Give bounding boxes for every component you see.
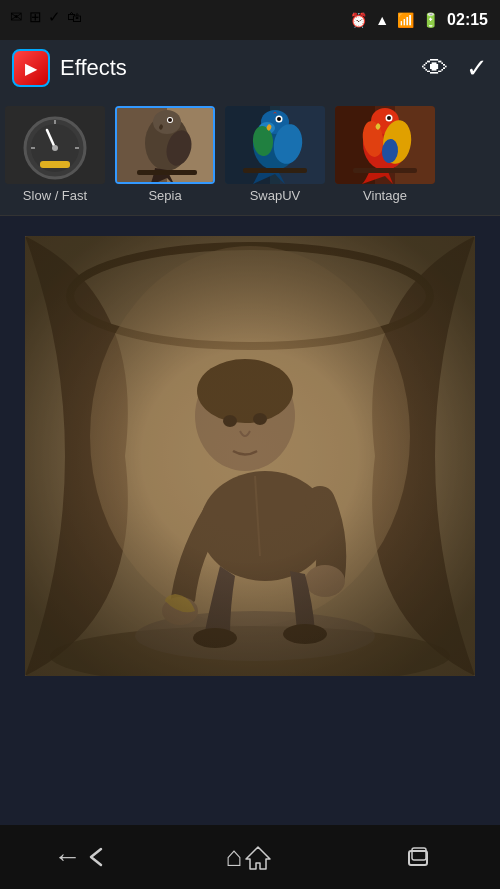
check-status-icon: ✓ bbox=[48, 8, 61, 26]
recents-button[interactable] bbox=[387, 837, 447, 877]
slowfast-thumb bbox=[5, 106, 105, 184]
effect-thumbnail-swapuv bbox=[225, 106, 325, 184]
top-bar: Effects 👁 ✓ bbox=[0, 40, 500, 96]
wifi-icon: ▲ bbox=[375, 12, 389, 28]
svg-rect-60 bbox=[412, 848, 426, 860]
home-button[interactable] bbox=[220, 837, 280, 877]
back-button[interactable] bbox=[53, 837, 113, 877]
svg-rect-28 bbox=[243, 168, 307, 173]
app-title: Effects bbox=[60, 55, 422, 81]
store-icon: 🛍 bbox=[67, 8, 82, 26]
svg-rect-17 bbox=[137, 170, 197, 175]
svg-point-15 bbox=[168, 118, 172, 122]
app-icon bbox=[12, 49, 50, 87]
svg-point-27 bbox=[277, 117, 281, 121]
effect-thumbnail-vintage bbox=[335, 106, 435, 184]
bottom-nav bbox=[0, 825, 500, 889]
effects-strip: Slow / Fast bbox=[0, 96, 500, 216]
effect-label-swapuv: SwapUV bbox=[250, 188, 301, 203]
effect-item-slow-fast[interactable]: Slow / Fast bbox=[0, 104, 110, 205]
preview-area bbox=[0, 216, 500, 696]
alarm-icon: ⏰ bbox=[350, 12, 367, 28]
sepia-preview bbox=[25, 236, 475, 676]
status-bar: ✉ ⊞ ✓ 🛍 ⏰ ▲ 📶 🔋 02:15 bbox=[0, 0, 500, 40]
preview-frame bbox=[25, 236, 475, 676]
effect-label-vintage: Vintage bbox=[363, 188, 407, 203]
status-left-icons: ✉ ⊞ ✓ 🛍 bbox=[10, 8, 82, 26]
effect-label-sepia: Sepia bbox=[148, 188, 181, 203]
battery-icon: 🔋 bbox=[422, 12, 439, 28]
status-time: 02:15 bbox=[447, 11, 488, 29]
svg-point-13 bbox=[153, 110, 181, 134]
menu-icon: ⊞ bbox=[29, 8, 42, 26]
effect-thumbnail-slow-fast bbox=[5, 106, 105, 184]
svg-rect-58 bbox=[25, 236, 475, 676]
svg-rect-8 bbox=[40, 161, 70, 168]
preview-button[interactable]: 👁 bbox=[422, 53, 448, 84]
svg-rect-39 bbox=[353, 168, 417, 173]
effect-item-sepia[interactable]: Sepia bbox=[110, 104, 220, 205]
effect-thumbnail-sepia bbox=[115, 106, 215, 184]
svg-point-7 bbox=[52, 145, 58, 151]
top-bar-actions: 👁 ✓ bbox=[422, 53, 488, 84]
confirm-button[interactable]: ✓ bbox=[466, 53, 488, 84]
effect-item-swapuv[interactable]: SwapUV bbox=[220, 104, 330, 205]
svg-point-38 bbox=[387, 116, 391, 120]
effect-label-slow-fast: Slow / Fast bbox=[23, 188, 87, 203]
email-icon: ✉ bbox=[10, 8, 23, 26]
signal-icon: 📶 bbox=[397, 12, 414, 28]
effect-item-vintage[interactable]: Vintage bbox=[330, 104, 440, 205]
